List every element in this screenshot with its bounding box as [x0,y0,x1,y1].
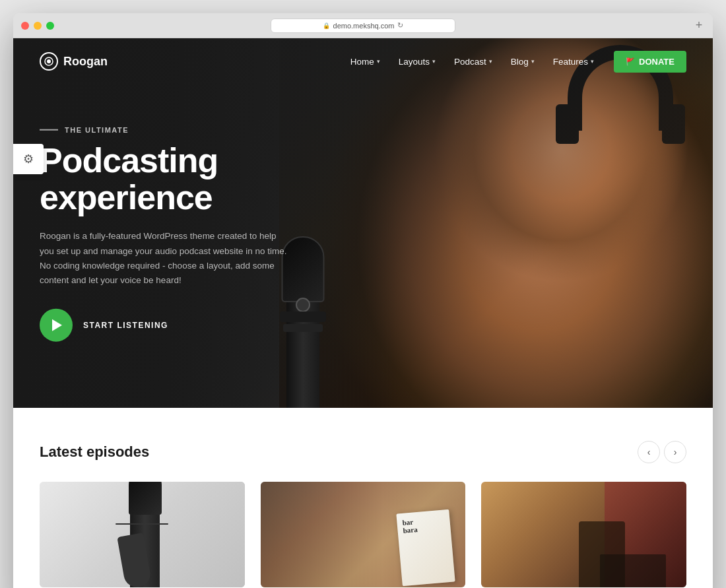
episode-thumbnail [40,482,245,587]
url-text: demo.mekshq.com [333,22,395,30]
logo-icon [40,52,58,71]
site-logo[interactable]: Roogan [40,52,108,71]
arrow-left-icon: ‹ [647,447,651,457]
settings-gear-icon: ⚙ [23,152,34,166]
new-tab-button[interactable]: + [693,20,705,32]
episode-card[interactable] [40,482,245,587]
nav-menu: Home ▾ Layouts ▾ Podcast ▾ Blog ▾ [344,53,601,71]
arrow-right-icon: › [674,447,677,457]
donate-flag-icon: 🚩 [626,57,635,66]
titlebar: 🔒 demo.mekshq.com ↻ + [13,13,713,38]
nav-item-features[interactable]: Features ▾ [546,53,601,71]
hero-section: Roogan Home ▾ Layouts ▾ Podcast ▾ [13,38,713,408]
site-content: Roogan Home ▾ Layouts ▾ Podcast ▾ [13,38,713,588]
nav-item-blog[interactable]: Blog ▾ [504,53,541,71]
hero-content: THE ULTIMATE Podcasting experience Rooga… [40,126,370,342]
url-bar[interactable]: 🔒 demo.mekshq.com ↻ [271,18,455,33]
episodes-header: Latest episodes ‹ › [40,441,686,463]
episodes-section: Latest episodes ‹ › [13,408,713,588]
episodes-title: Latest episodes [40,443,149,461]
donate-button[interactable]: 🚩 DONATE [614,51,686,73]
episode-card[interactable]: barbara [261,482,466,587]
cta-group: START LISTENING [40,309,370,342]
episode-thumbnail: barbara [261,482,466,587]
chevron-down-icon: ▾ [489,58,492,65]
next-arrow-button[interactable]: › [664,441,686,463]
episode-card[interactable] [481,482,686,587]
navbar: Roogan Home ▾ Layouts ▾ Podcast ▾ [13,38,713,84]
nav-item-layouts[interactable]: Layouts ▾ [392,53,442,71]
minimize-button[interactable] [34,22,42,30]
chevron-down-icon: ▾ [377,58,380,65]
chevron-down-icon: ▾ [432,58,436,65]
nav-item-home[interactable]: Home ▾ [344,53,387,71]
refresh-icon[interactable]: ↻ [397,21,403,30]
prev-arrow-button[interactable]: ‹ [638,441,660,463]
donate-label: DONATE [639,57,675,67]
logo-text: Roogan [63,55,108,69]
cta-label: START LISTENING [83,321,168,330]
episodes-grid: barbara [40,482,686,587]
svg-point-1 [47,59,51,63]
chevron-down-icon: ▾ [591,58,594,65]
lock-icon: 🔒 [323,22,330,29]
play-button[interactable] [40,309,73,342]
close-button[interactable] [21,22,29,30]
chevron-down-icon: ▾ [531,58,535,65]
hero-description: Roogan is a fully-featured WordPress the… [40,229,290,288]
maximize-button[interactable] [46,22,54,30]
hero-title: Podcasting experience [40,142,370,216]
settings-widget[interactable]: ⚙ [13,144,44,174]
browser-window: 🔒 demo.mekshq.com ↻ + [13,13,713,588]
episode-thumbnail [481,482,686,587]
play-icon [52,319,62,331]
traffic-lights [21,22,54,30]
carousel-navigation: ‹ › [638,441,686,463]
nav-item-podcast[interactable]: Podcast ▾ [447,53,499,71]
hero-eyebrow: THE ULTIMATE [40,126,370,134]
